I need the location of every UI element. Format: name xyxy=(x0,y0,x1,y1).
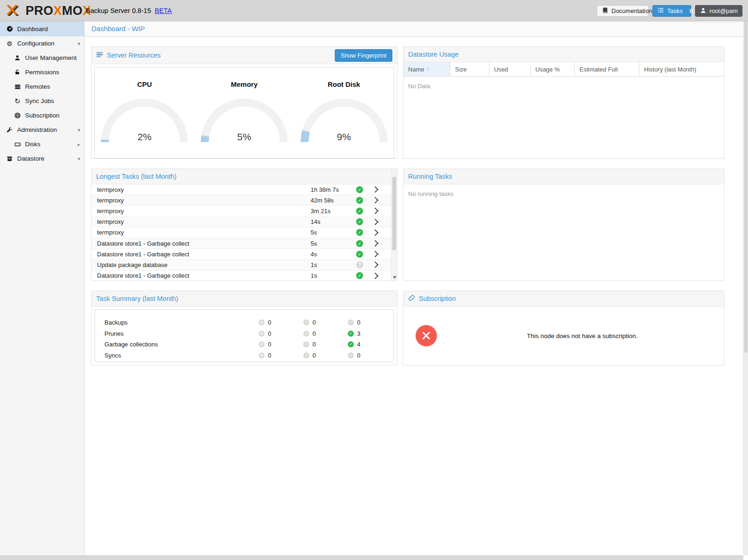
task-row[interactable]: termproxy 1h 38m 7s xyxy=(91,184,397,195)
datastore-usage-column-headers: Name ↑ Size ↑ Used ↑ Usage % ↑ Estimated… xyxy=(403,62,724,77)
server-resources-title: Server Resources xyxy=(107,52,161,59)
expander-arrow-icon[interactable]: ▾ xyxy=(78,127,80,133)
task-list-icon xyxy=(657,7,664,15)
vertical-scrollbar-thumb[interactable] xyxy=(744,21,748,352)
longest-tasks-header: Longest Tasks (last Month) xyxy=(91,169,397,184)
task-row[interactable]: Datastore store1 - Garbage collect 4s xyxy=(91,249,397,260)
task-row[interactable]: Datastore store1 - Garbage collect 5s xyxy=(91,238,397,249)
column-header[interactable]: Used ↑ xyxy=(489,62,531,76)
task-summary-header: Task Summary (last Month) xyxy=(91,291,397,306)
sidebar-item-dashboard[interactable]: Dashboard xyxy=(0,21,84,36)
task-summary-row[interactable]: Syncs 0 0 0 xyxy=(95,350,393,361)
user-label: root@pam xyxy=(709,7,738,14)
task-summary-row[interactable]: Prunes 0 0 3 xyxy=(95,328,393,339)
refresh-icon: ↻ xyxy=(13,98,21,104)
subscription-message: This node does not have a subscription. xyxy=(441,332,724,339)
documentation-label: Documentation xyxy=(611,7,652,14)
task-status-icon xyxy=(356,261,363,268)
task-list-scrollbar[interactable] xyxy=(391,169,397,280)
sidebar-item-sync-jobs[interactable]: ↻ Sync Jobs xyxy=(0,94,84,108)
chevron-right-icon[interactable] xyxy=(372,219,378,225)
datastore-usage-header: Datastore Usage xyxy=(403,47,724,62)
archive-icon xyxy=(6,156,13,162)
task-row[interactable]: Datastore store1 - Garbage collect 1s xyxy=(91,271,397,281)
chevron-right-icon[interactable] xyxy=(372,229,378,236)
expander-arrow-icon[interactable]: ▸ xyxy=(78,142,80,147)
expander-arrow-icon[interactable]: ▾ xyxy=(78,41,80,46)
chevron-right-icon[interactable] xyxy=(372,240,378,247)
documentation-button[interactable]: Documentation xyxy=(597,5,649,17)
chevron-right-icon[interactable] xyxy=(372,273,378,279)
chevron-right-icon[interactable] xyxy=(372,208,378,214)
sidebar-nav: Dashboard ⚙ Configuration ▾ User Managem… xyxy=(0,21,85,555)
task-status-icon xyxy=(356,186,363,193)
chevron-right-icon[interactable] xyxy=(372,251,378,257)
support-icon xyxy=(13,112,21,119)
show-fingerprint-button[interactable]: Show Fingerprint xyxy=(335,49,392,62)
subscription-header: Subscription xyxy=(403,291,724,306)
dashboard-content: Server Resources Show Fingerprint CPU 2%… xyxy=(85,37,743,555)
sidebar-item-configuration[interactable]: ⚙ Configuration ▾ xyxy=(0,36,84,51)
running-tasks-panel: Running Tasks No running tasks xyxy=(403,169,724,281)
tasks-count-badge: 0 xyxy=(689,7,693,14)
sidebar-item-permissions[interactable]: Permissions xyxy=(0,65,84,79)
task-row[interactable]: termproxy 5s xyxy=(91,228,397,238)
chevron-down-icon xyxy=(742,10,746,12)
task-status-icon xyxy=(356,251,363,258)
error-count-icon xyxy=(259,352,265,358)
memory-gauge-value: 5% xyxy=(195,131,294,143)
task-row[interactable]: Update package database 1s xyxy=(91,260,397,270)
task-status-icon xyxy=(356,208,363,215)
cpu-gauge: CPU 2% xyxy=(95,67,195,158)
proxmox-logo: PROXMOX xyxy=(5,3,91,18)
disk-icon xyxy=(13,141,21,148)
proxmox-x-logo-icon xyxy=(5,3,21,18)
warning-count-icon xyxy=(303,331,309,337)
user-icon xyxy=(13,55,21,61)
task-row[interactable]: termproxy 14s xyxy=(91,217,397,228)
user-icon xyxy=(700,7,706,15)
cpu-gauge-value: 2% xyxy=(95,131,195,143)
sidebar-item-subscription[interactable]: Subscription xyxy=(0,108,84,123)
column-header[interactable]: Name ↑ xyxy=(403,62,450,76)
running-tasks-empty-text: No running tasks xyxy=(403,184,724,203)
vertical-scrollbar[interactable] xyxy=(743,21,748,555)
server-resources-panel: Server Resources Show Fingerprint CPU 2%… xyxy=(91,46,397,159)
task-row[interactable]: termproxy 42m 58s xyxy=(91,195,397,206)
server-stack-icon xyxy=(96,51,103,59)
column-header[interactable]: History (last Month) ↑ xyxy=(639,62,724,76)
ticket-icon xyxy=(408,294,415,303)
running-tasks-title: Running Tasks xyxy=(408,173,452,180)
chevron-right-icon[interactable] xyxy=(372,261,378,268)
task-row[interactable]: termproxy 3m 21s xyxy=(91,206,397,216)
sidebar-item-datastore[interactable]: Datastore ▾ xyxy=(0,151,84,166)
chevron-right-icon[interactable] xyxy=(372,186,378,193)
horizontal-scrollbar[interactable] xyxy=(0,555,743,560)
column-header[interactable]: Usage % ↑ xyxy=(531,62,575,76)
task-summary-row[interactable]: Backups 0 0 0 xyxy=(95,317,393,328)
scrollbar-down-arrow-icon[interactable] xyxy=(393,276,397,279)
expander-arrow-icon[interactable]: ▾ xyxy=(78,156,80,162)
root-disk-gauge-value: 9% xyxy=(294,131,394,143)
ok-count-icon xyxy=(348,331,354,337)
running-tasks-header: Running Tasks xyxy=(403,169,724,184)
product-version: Backup Server 0.8-15 BETA xyxy=(86,0,172,21)
sidebar-item-disks[interactable]: Disks ▸ xyxy=(0,137,84,151)
datastore-usage-title: Datastore Usage xyxy=(408,51,459,58)
column-header[interactable]: Size ↑ xyxy=(450,62,489,76)
scrollbar-thumb[interactable] xyxy=(392,177,396,250)
chevron-right-icon[interactable] xyxy=(372,197,378,203)
sidebar-item-administration[interactable]: Administration ▾ xyxy=(0,123,84,137)
beta-link[interactable]: BETA xyxy=(155,7,172,14)
wrench-icon xyxy=(6,127,13,133)
sidebar-item-user-management[interactable]: User Management xyxy=(0,51,84,65)
top-bar: PROXMOX Backup Server 0.8-15 BETA Docume… xyxy=(0,0,748,21)
longest-tasks-panel: Longest Tasks (last Month) termproxy 1h … xyxy=(91,169,397,281)
subscription-panel: Subscription ✕ This node does not have a… xyxy=(403,291,724,365)
user-menu-button[interactable]: root@pam xyxy=(695,5,742,17)
tasks-button[interactable]: Tasks 0 xyxy=(652,5,691,17)
task-summary-row[interactable]: Garbage collections 0 0 4 xyxy=(95,339,393,350)
column-header[interactable]: Estimated Full ↑ xyxy=(575,62,639,76)
warning-count-icon xyxy=(303,352,309,358)
sidebar-item-remotes[interactable]: Remotes xyxy=(0,79,84,94)
